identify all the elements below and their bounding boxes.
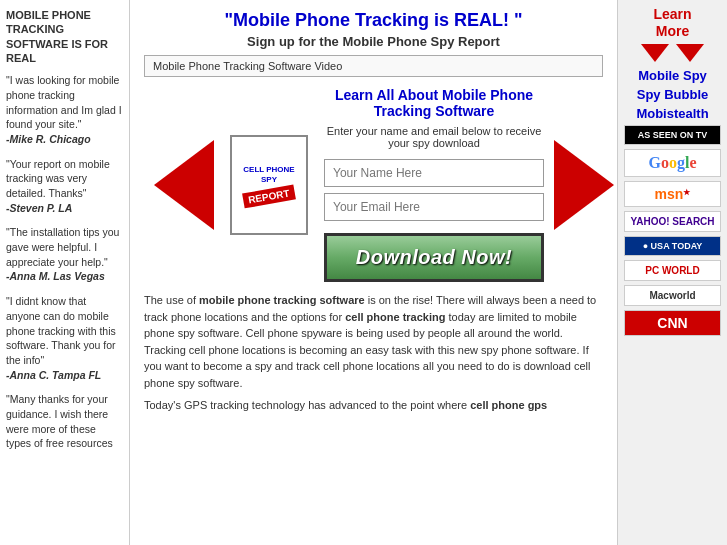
- download-button[interactable]: Download Now!: [324, 233, 544, 282]
- yahoo-logo: YAHOO! SEARCH: [624, 211, 721, 232]
- form-section-title: Learn All About Mobile Phone Tracking So…: [324, 87, 544, 119]
- usatoday-logo: ● USA TODAY: [624, 236, 721, 256]
- video-bar[interactable]: Mobile Phone Tracking Software Video: [144, 55, 603, 77]
- mobistealth-link[interactable]: Mobistealth: [624, 106, 721, 121]
- testimonial-1: "I was looking for mobile phone tracking…: [6, 73, 123, 146]
- macworld-logo: Macworld: [624, 285, 721, 306]
- book-title: CELL PHONE SPY: [243, 165, 294, 184]
- body-text: The use of mobile phone tracking softwar…: [144, 292, 603, 414]
- right-arrow-shape: [554, 140, 614, 230]
- main-content: "Mobile Phone Tracking is REAL! " Sign u…: [130, 0, 617, 545]
- testimonial-2: "Your report on mobile tracking was very…: [6, 157, 123, 216]
- mobile-spy-link[interactable]: Mobile Spy: [624, 68, 721, 83]
- left-arrow: [144, 140, 224, 230]
- form-area: CELL PHONE SPY REPORT Learn All About Mo…: [144, 87, 603, 282]
- form-section-sub: Enter your name and email below to recei…: [324, 125, 544, 149]
- down-arrow-left: [641, 44, 669, 62]
- spy-bubble-link[interactable]: Spy Bubble: [624, 87, 721, 102]
- pcworld-logo: PC WORLD: [624, 260, 721, 281]
- main-headline: "Mobile Phone Tracking is REAL! ": [144, 10, 603, 31]
- learn-more-heading: Learn More: [624, 6, 721, 40]
- down-arrows: [624, 44, 721, 64]
- msn-logo: msn★: [624, 181, 721, 207]
- main-subheadline: Sign up for the Mobile Phone Spy Report: [144, 34, 603, 49]
- book-image: CELL PHONE SPY REPORT: [224, 135, 314, 235]
- google-logo: Google: [624, 149, 721, 177]
- testimonial-3: "The installation tips you gave were hel…: [6, 225, 123, 284]
- book-label: REPORT: [242, 184, 295, 208]
- site-title: Mobile Phone Tracking Software is for RE…: [6, 8, 123, 65]
- right-arrow: [544, 140, 617, 230]
- book-cover: CELL PHONE SPY REPORT: [230, 135, 308, 235]
- body-paragraph-1: The use of mobile phone tracking softwar…: [144, 292, 603, 391]
- name-input[interactable]: [324, 159, 544, 187]
- testimonial-4: "I didnt know that anyone can do mobile …: [6, 294, 123, 382]
- down-arrow-right: [676, 44, 704, 62]
- right-sidebar: Learn More Mobile Spy Spy Bubble Mobiste…: [617, 0, 727, 545]
- left-arrow-shape: [154, 140, 214, 230]
- cnn-logo: CNN: [624, 310, 721, 336]
- form-center: Learn All About Mobile Phone Tracking So…: [324, 87, 544, 282]
- body-paragraph-2: Today's GPS tracking technology has adva…: [144, 397, 603, 414]
- astv-logo: AS SEEN ON TV: [624, 125, 721, 145]
- left-sidebar: Mobile Phone Tracking Software is for RE…: [0, 0, 130, 545]
- testimonial-5: "Many thanks for your guidance. I wish t…: [6, 392, 123, 451]
- email-input[interactable]: [324, 193, 544, 221]
